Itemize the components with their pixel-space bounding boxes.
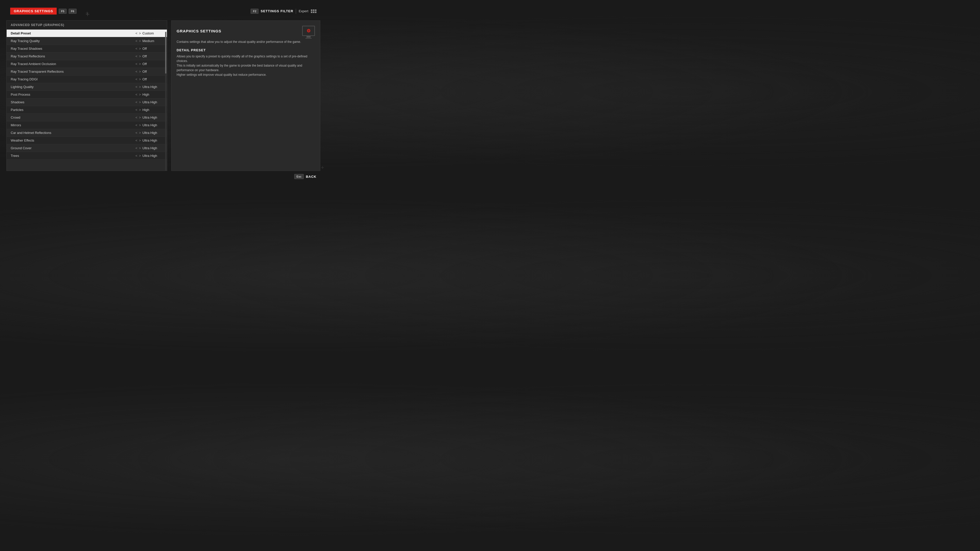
arrow-left-icon[interactable]: <	[135, 39, 138, 43]
row-label: Ray Tracing DDGI	[11, 77, 38, 81]
arrow-left-icon[interactable]: <	[135, 32, 138, 35]
f2-key[interactable]: F2	[251, 9, 259, 14]
row-value: Custom	[142, 32, 163, 35]
settings-row[interactable]: Ground Cover<>Ultra High	[6, 144, 167, 152]
arrow-right-icon[interactable]: >	[139, 85, 141, 89]
settings-row[interactable]: Ray Tracing Quality<>Medium	[6, 37, 167, 45]
arrow-left-icon[interactable]: <	[135, 85, 138, 89]
arrow-right-icon[interactable]: >	[139, 32, 141, 35]
expert-label: Expert	[299, 9, 308, 13]
row-value-container: <>Off	[135, 77, 163, 81]
arrow-left-icon[interactable]: <	[135, 116, 138, 119]
header-left: GRAPHICS SETTINGS F5 F6	[10, 8, 76, 14]
arrow-right-icon[interactable]: >	[139, 116, 141, 119]
row-value: Off	[142, 54, 163, 58]
grid-view-icon[interactable]	[311, 10, 317, 13]
row-value-container: <>Ultra High	[135, 116, 163, 119]
row-label: Crowd	[11, 116, 21, 119]
arrow-right-icon[interactable]: >	[139, 47, 141, 51]
arrow-right-icon[interactable]: >	[139, 62, 141, 66]
settings-row[interactable]: Weather Effects<>Ultra High	[6, 137, 167, 144]
page-title: GRAPHICS SETTINGS	[10, 8, 57, 14]
row-value: High	[142, 93, 163, 97]
f6-key[interactable]: F6	[68, 9, 76, 14]
settings-row[interactable]: Ray Traced Reflections<>Off	[6, 52, 167, 60]
deco-plus-4: +	[321, 164, 324, 171]
row-value: Ultra High	[142, 146, 163, 150]
section-header: ADVANCED SETUP (GRAPHICS)	[6, 21, 167, 30]
arrow-right-icon[interactable]: >	[139, 123, 141, 127]
arrow-left-icon[interactable]: <	[135, 100, 138, 104]
arrow-right-icon[interactable]: >	[139, 131, 141, 135]
settings-row[interactable]: Detail Preset<>Custom	[6, 30, 167, 37]
arrow-right-icon[interactable]: >	[139, 146, 141, 150]
settings-row[interactable]: Shadows<>Ultra High	[6, 98, 167, 106]
row-value: Ultra High	[142, 116, 163, 119]
row-label: Ground Cover	[11, 146, 32, 150]
arrow-right-icon[interactable]: >	[139, 100, 141, 104]
arrow-left-icon[interactable]: <	[135, 108, 138, 112]
settings-row[interactable]: Ray Traced Transparent Reflections<>Off	[6, 68, 167, 76]
settings-row[interactable]: Post Process<>High	[6, 91, 167, 98]
row-value-container: <>Ultra High	[135, 123, 163, 127]
arrow-right-icon[interactable]: >	[139, 138, 141, 142]
settings-row[interactable]: Ray Tracing DDGI<>Off	[6, 76, 167, 83]
arrow-left-icon[interactable]: <	[135, 70, 138, 73]
row-label: Mirrors	[11, 123, 21, 127]
settings-row[interactable]: Mirrors<>Ultra High	[6, 121, 167, 129]
row-label: Car and Helmet Reflections	[11, 131, 51, 135]
arrow-left-icon[interactable]: <	[135, 54, 138, 58]
settings-row[interactable]: Crowd<>Ultra High	[6, 114, 167, 121]
arrow-left-icon[interactable]: <	[135, 62, 138, 66]
settings-row[interactable]: Ray Traced Shadows<>Off	[6, 45, 167, 52]
main-content: ADVANCED SETUP (GRAPHICS) Detail Preset<…	[6, 21, 320, 171]
row-label: Lighting Quality	[11, 85, 34, 89]
arrow-left-icon[interactable]: <	[135, 47, 138, 51]
settings-row[interactable]: Particles<>High	[6, 106, 167, 114]
info-title-text: GRAPHICS SETTINGS	[177, 29, 221, 33]
settings-row[interactable]: Ray Traced Ambient Occlusion<>Off	[6, 60, 167, 68]
scroll-thumb[interactable]	[165, 32, 166, 73]
arrow-right-icon[interactable]: >	[139, 108, 141, 112]
arrow-left-icon[interactable]: <	[135, 154, 138, 158]
row-value: Off	[142, 70, 163, 73]
arrow-left-icon[interactable]: <	[135, 93, 138, 97]
row-label: Ray Traced Ambient Occlusion	[11, 62, 56, 66]
view-toggle[interactable]	[311, 10, 317, 13]
row-value-container: <>Off	[135, 70, 163, 73]
row-value-container: <>Custom	[135, 32, 163, 35]
row-label: Post Process	[11, 93, 30, 97]
row-label: Ray Traced Reflections	[11, 54, 45, 58]
f5-key[interactable]: F5	[59, 9, 67, 14]
back-button[interactable]: BACK	[306, 175, 317, 179]
info-desc-text: Contains settings that allow you to adju…	[177, 40, 315, 44]
row-label: Particles	[11, 108, 24, 112]
settings-row[interactable]: Car and Helmet Reflections<>Ultra High	[6, 129, 167, 137]
row-value: Ultra High	[142, 85, 163, 89]
row-value: Ultra High	[142, 138, 163, 142]
arrow-left-icon[interactable]: <	[135, 123, 138, 127]
info-panel: GRAPHICS SETTINGS ⚙ Contains settings th…	[171, 21, 320, 171]
settings-row[interactable]: Lighting Quality<>Ultra High	[6, 83, 167, 91]
arrow-right-icon[interactable]: >	[139, 93, 141, 97]
arrow-left-icon[interactable]: <	[135, 146, 138, 150]
row-value: Off	[142, 77, 163, 81]
row-value-container: <>Ultra High	[135, 85, 163, 89]
arrow-right-icon[interactable]: >	[139, 154, 141, 158]
row-value: Ultra High	[142, 131, 163, 135]
header-right: F2 SETTINGS FILTER Expert	[251, 9, 317, 14]
row-value-container: <>Off	[135, 47, 163, 51]
arrow-right-icon[interactable]: >	[139, 54, 141, 58]
arrow-left-icon[interactable]: <	[135, 131, 138, 135]
scrollbar[interactable]	[165, 32, 166, 171]
arrow-right-icon[interactable]: >	[139, 39, 141, 43]
arrow-left-icon[interactable]: <	[135, 77, 138, 81]
row-label: Detail Preset	[11, 32, 31, 35]
settings-filter: F2 SETTINGS FILTER	[251, 9, 293, 14]
arrow-right-icon[interactable]: >	[139, 70, 141, 73]
arrow-right-icon[interactable]: >	[139, 77, 141, 81]
row-value: High	[142, 108, 163, 112]
esc-key[interactable]: Esc	[294, 174, 304, 179]
settings-row[interactable]: Trees<>Ultra High	[6, 152, 167, 160]
arrow-left-icon[interactable]: <	[135, 138, 138, 142]
